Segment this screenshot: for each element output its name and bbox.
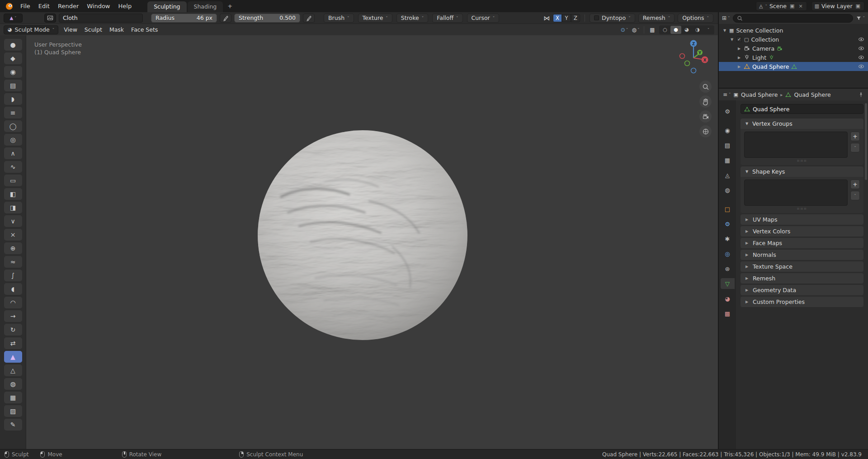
gizmo-x-negative[interactable] bbox=[680, 54, 685, 59]
panel-remesh[interactable]: ▶ Remesh bbox=[741, 273, 863, 284]
pin-icon[interactable] bbox=[858, 92, 864, 98]
cursor-menu[interactable]: Cursor ˅ bbox=[467, 14, 500, 23]
mesh-name-field[interactable]: Quad Sphere bbox=[741, 104, 863, 114]
tool-draw-sharp[interactable]: ◆ bbox=[4, 52, 22, 64]
sculpt-menu[interactable]: Sculpt bbox=[81, 25, 106, 34]
tool-mask[interactable]: ◍ bbox=[4, 378, 22, 390]
radius-slider[interactable]: Radius 46 px bbox=[151, 14, 217, 23]
remesh-dropdown[interactable]: Remesh ˅ bbox=[638, 14, 675, 23]
breadcrumb-data[interactable]: Quad Sphere bbox=[794, 91, 830, 98]
workspace-tab-shading[interactable]: Shading bbox=[188, 1, 223, 12]
properties-scrollbar[interactable] bbox=[865, 103, 867, 180]
texture-menu[interactable]: Texture ˅ bbox=[358, 14, 392, 23]
face-sets-menu[interactable]: Face Sets bbox=[127, 25, 161, 34]
outliner-row-scene-collection[interactable]: ▼ ▦ Scene Collection bbox=[719, 26, 868, 35]
tab-modifiers[interactable]: ⚙ bbox=[721, 218, 735, 229]
shape-key-specials-dropdown[interactable]: ˅ bbox=[850, 191, 860, 200]
list-resize-grip[interactable]: ⠶⠶⠶ bbox=[744, 158, 860, 164]
disclosure-triangle-icon[interactable]: ▼ bbox=[730, 38, 734, 42]
show-gizmos-dropdown[interactable]: ⊙ ˅ bbox=[620, 25, 629, 34]
dyntopo-dropdown[interactable]: Dyntopo ˅ bbox=[590, 14, 635, 23]
scene-selector[interactable]: ◬ ˅ Scene ▣ × bbox=[756, 1, 807, 11]
view-layer-selector[interactable]: ▥ View Layer ▣ bbox=[811, 1, 864, 11]
panel-face-maps[interactable]: ▶ Face Maps bbox=[741, 238, 863, 248]
tab-output[interactable]: ▤ bbox=[721, 140, 735, 151]
menu-render[interactable]: Render bbox=[54, 1, 83, 11]
list-resize-grip[interactable]: ⠶⠶⠶ bbox=[744, 206, 860, 212]
vertex-groups-panel-header[interactable]: ▼ Vertex Groups bbox=[741, 118, 863, 129]
tab-physics[interactable]: ◎ bbox=[721, 248, 735, 259]
zoom-button[interactable] bbox=[699, 80, 712, 93]
eye-visibility-toggle[interactable] bbox=[858, 36, 864, 43]
tool-pose[interactable]: ◠ bbox=[4, 297, 22, 308]
tool-clay-thumb[interactable]: ◗ bbox=[4, 93, 22, 105]
outliner-row-light[interactable]: ▶ Light bbox=[719, 53, 868, 62]
eye-visibility-toggle[interactable] bbox=[858, 45, 864, 52]
unlink-scene-button[interactable]: × bbox=[797, 3, 803, 9]
outliner-row-collection[interactable]: ▼ ✓ ▢ Collection bbox=[719, 35, 868, 44]
tool-flatten[interactable]: ▭ bbox=[4, 175, 22, 186]
outliner-editor-type-dropdown[interactable]: ⊞ ˅ bbox=[722, 15, 730, 21]
tab-scene[interactable]: ◬ bbox=[721, 170, 735, 180]
sculpted-sphere-object[interactable] bbox=[256, 129, 469, 341]
tab-particles[interactable]: ✱ bbox=[721, 233, 735, 244]
tab-object[interactable]: □ bbox=[721, 203, 735, 214]
pan-button[interactable] bbox=[699, 95, 712, 108]
breadcrumb-object[interactable]: Quad Sphere bbox=[741, 91, 778, 98]
options-dropdown[interactable]: Options ˅ bbox=[678, 14, 713, 23]
view-menu[interactable]: View bbox=[60, 25, 81, 34]
radius-pressure-toggle[interactable] bbox=[220, 14, 231, 23]
tool-draw-face-sets[interactable]: ▦ bbox=[4, 392, 22, 403]
strength-pressure-toggle[interactable] bbox=[303, 14, 315, 23]
falloff-menu[interactable]: Falloff ˅ bbox=[432, 14, 462, 23]
tab-world[interactable]: ◍ bbox=[721, 185, 735, 195]
panel-custom-properties[interactable]: ▶ Custom Properties bbox=[741, 297, 863, 307]
shading-solid-button[interactable]: ● bbox=[670, 26, 681, 34]
new-scene-button[interactable]: ▣ bbox=[789, 3, 795, 9]
panel-texture-space[interactable]: ▶ Texture Space bbox=[741, 261, 863, 272]
mask-menu[interactable]: Mask bbox=[106, 25, 127, 34]
tab-view-layer[interactable]: ▦ bbox=[721, 155, 735, 166]
dyntopo-checkbox[interactable] bbox=[594, 15, 599, 20]
tool-box-mask[interactable]: ▨ bbox=[4, 405, 22, 417]
tool-scrape[interactable]: ◨ bbox=[4, 202, 22, 213]
perspective-toggle-button[interactable] bbox=[699, 125, 712, 137]
menu-file[interactable]: File bbox=[16, 1, 34, 11]
vertex-group-specials-dropdown[interactable]: ˅ bbox=[850, 143, 860, 152]
symmetry-z-toggle[interactable]: Z bbox=[571, 14, 580, 22]
tool-nudge[interactable]: → bbox=[4, 310, 22, 322]
disclosure-triangle-icon[interactable]: ▶ bbox=[737, 56, 741, 60]
outliner-row-camera[interactable]: ▶ Camera bbox=[719, 44, 868, 53]
search-input[interactable] bbox=[745, 15, 849, 21]
tool-cloth[interactable]: ▲ bbox=[4, 351, 22, 363]
tool-clay-strips[interactable]: ▤ bbox=[4, 80, 22, 91]
tab-render[interactable]: ◉ bbox=[721, 125, 735, 136]
viewport-canvas[interactable]: ● ◆ ◉ ▤ ◗ bbox=[0, 35, 718, 449]
mode-selector[interactable]: ◕ Sculpt Mode ˅ bbox=[4, 25, 58, 34]
tab-texture[interactable]: ▩ bbox=[721, 308, 735, 319]
tool-draw[interactable]: ● bbox=[4, 39, 22, 51]
outliner-search[interactable] bbox=[733, 14, 853, 23]
vertex-groups-list[interactable] bbox=[744, 132, 848, 158]
tab-object-data[interactable]: ▽ bbox=[721, 278, 735, 289]
brush-menu[interactable]: Brush ˅ bbox=[324, 14, 354, 23]
tool-thumb[interactable]: ◖ bbox=[4, 283, 22, 295]
new-view-layer-button[interactable]: ▣ bbox=[855, 3, 861, 9]
tool-smooth[interactable]: ∿ bbox=[4, 161, 22, 173]
tool-grab[interactable]: ⊕ bbox=[4, 242, 22, 254]
tool-fill[interactable]: ◧ bbox=[4, 188, 22, 200]
eye-visibility-toggle[interactable] bbox=[858, 63, 864, 70]
shape-keys-panel-header[interactable]: ▼ Shape Keys bbox=[741, 166, 863, 177]
show-overlays-dropdown[interactable]: ◍ ˅ bbox=[631, 25, 640, 34]
panel-geometry-data[interactable]: ▶ Geometry Data bbox=[741, 285, 863, 295]
disclosure-triangle-icon[interactable]: ▼ bbox=[722, 28, 727, 33]
filter-button[interactable]: ˅ bbox=[856, 15, 865, 21]
shading-dropdown[interactable]: ˅ bbox=[703, 26, 714, 34]
tool-blob[interactable]: ◎ bbox=[4, 134, 22, 146]
shading-wireframe-button[interactable]: ○ bbox=[660, 26, 670, 34]
panel-vertex-colors[interactable]: ▶ Vertex Colors bbox=[741, 226, 863, 237]
panel-normals[interactable]: ▶ Normals bbox=[741, 250, 863, 260]
eye-visibility-toggle[interactable] bbox=[858, 54, 864, 61]
gizmo-y-negative[interactable] bbox=[685, 61, 690, 66]
shading-material-button[interactable]: ◕ bbox=[681, 26, 692, 34]
